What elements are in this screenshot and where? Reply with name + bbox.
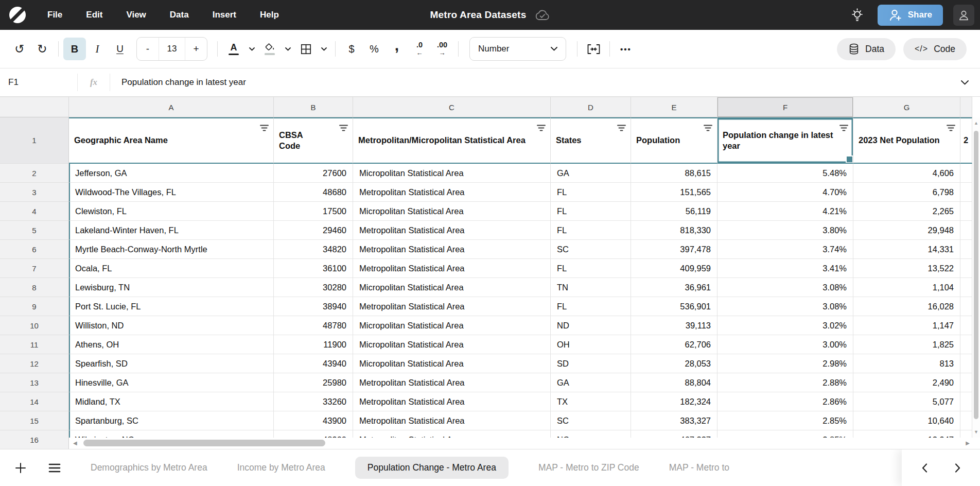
row-header-10[interactable]: 10 [0,316,69,335]
cell[interactable]: Wildwood-The Villages, FL [69,183,274,202]
increase-decimal-button[interactable]: .00 → [431,38,453,60]
cell[interactable]: 62,706 [631,335,717,354]
header-cell-partial[interactable]: 2 [960,117,972,164]
cell[interactable]: Metropolitan Statistical Area [353,240,551,259]
cell[interactable]: 43900 [274,411,353,430]
filter-icon[interactable] [339,125,348,131]
cell[interactable]: Micropolitan Statistical Area [353,202,551,221]
cell[interactable]: 48780 [274,316,353,335]
cell-partial[interactable] [960,316,972,335]
number-format-select[interactable]: Number [469,37,566,61]
cell[interactable]: 182,324 [631,392,717,411]
horizontal-scrollbar-thumb[interactable] [83,440,325,446]
decrease-decimal-button[interactable]: .0 ← [408,38,431,60]
currency-format-button[interactable]: $ [340,38,363,60]
cell[interactable]: 813 [853,354,960,373]
cell[interactable]: 17500 [274,202,353,221]
cell[interactable]: FL [551,297,631,316]
cell-partial[interactable] [960,392,972,411]
cell[interactable]: 383,327 [631,411,717,430]
cell[interactable]: 16,028 [853,297,960,316]
cell[interactable]: Metropolitan Statistical Area [353,373,551,392]
cell[interactable]: Spartanburg, SC [69,411,274,430]
cell-partial[interactable] [960,354,972,373]
row-header-6[interactable]: 6 [0,240,69,259]
header-cell[interactable]: 2023 Net Population [853,117,960,164]
column-header-c[interactable]: C [353,97,551,117]
row-header-7[interactable]: 7 [0,259,69,278]
cell[interactable]: 48680 [274,183,353,202]
horizontal-scrollbar[interactable]: ◀ ▶ [69,438,980,449]
tips-button[interactable] [848,5,867,25]
row-header-12[interactable]: 12 [0,354,69,373]
filter-icon[interactable] [947,125,955,131]
row-header-11[interactable]: 11 [0,335,69,354]
decrease-font-button[interactable]: - [137,38,159,60]
column-header-e[interactable]: E [631,97,717,117]
cell[interactable]: 2.86% [717,392,853,411]
increase-font-button[interactable]: + [185,38,207,60]
cell-partial[interactable] [960,202,972,221]
sheet-tab[interactable]: Population Change - Metro Area [355,457,509,479]
cell[interactable]: Spearfish, SD [69,354,274,373]
borders-button[interactable] [294,38,317,60]
row-header-3[interactable]: 3 [0,183,69,202]
cell-partial[interactable] [960,240,972,259]
row-header-9[interactable]: 9 [0,297,69,316]
row-header-14[interactable]: 14 [0,392,69,411]
font-size-value[interactable]: 13 [159,38,185,60]
sheet-tab[interactable]: MAP - Metro to ZIP Code [538,462,639,473]
cell[interactable]: Micropolitan Statistical Area [353,278,551,297]
cell[interactable]: Myrtle Beach-Conway-North Myrtle [69,240,274,259]
cell[interactable]: 3.00% [717,335,853,354]
row-header-13[interactable]: 13 [0,373,69,392]
add-sheet-button[interactable] [11,459,30,477]
cell-partial[interactable] [960,164,972,183]
cell-partial[interactable] [960,221,972,240]
row-header-15[interactable]: 15 [0,411,69,430]
sheet-tab[interactable]: MAP - Metro to [669,462,729,473]
cell[interactable]: Jefferson, GA [69,164,274,183]
cell[interactable]: 2.85% [717,411,853,430]
cell[interactable]: Micropolitan Statistical Area [353,335,551,354]
column-header-a[interactable]: A [69,97,274,117]
sheet-tab[interactable]: Demographics by Metro Area [91,462,207,473]
cell[interactable]: 33260 [274,392,353,411]
filter-icon[interactable] [260,125,269,131]
cell[interactable]: 29460 [274,221,353,240]
row-header-16[interactable]: 16 [0,430,69,449]
cell-partial[interactable] [960,373,972,392]
row-header-8[interactable]: 8 [0,278,69,297]
undo-button[interactable]: ↺ [8,38,31,60]
cell[interactable]: Micropolitan Statistical Area [353,316,551,335]
cell[interactable]: SD [551,354,631,373]
cell[interactable]: 43940 [274,354,353,373]
cell[interactable]: Hinesville, GA [69,373,274,392]
cell[interactable]: Micropolitan Statistical Area [353,164,551,183]
cell[interactable]: 25980 [274,373,353,392]
vertical-scrollbar[interactable]: ▲ ▼ [972,117,980,438]
cell[interactable]: 88,804 [631,373,717,392]
cell[interactable]: Micropolitan Statistical Area [353,354,551,373]
cell[interactable]: Clewiston, FL [69,202,274,221]
header-cell[interactable]: Geographic Area Name [69,117,274,164]
cell[interactable]: 11900 [274,335,353,354]
menu-file[interactable]: File [47,10,62,20]
menu-edit[interactable]: Edit [86,10,102,20]
cell[interactable]: 4.21% [717,202,853,221]
cell[interactable]: Athens, OH [69,335,274,354]
italic-button[interactable]: I [86,38,109,60]
underline-button[interactable]: U [109,38,131,60]
cell[interactable]: 397,478 [631,240,717,259]
cell-reference[interactable]: F1 [0,77,77,88]
cell[interactable]: 38940 [274,297,353,316]
fill-color-button[interactable] [258,38,281,60]
header-cell[interactable]: States [551,117,631,164]
cell[interactable]: 5,077 [853,392,960,411]
cell[interactable]: 2.98% [717,354,853,373]
cell[interactable]: Lewisburg, TN [69,278,274,297]
share-button[interactable]: Share [878,5,943,26]
header-cell[interactable]: CBSA Code [274,117,353,164]
cell[interactable]: 1,825 [853,335,960,354]
cell[interactable]: 409,959 [631,259,717,278]
